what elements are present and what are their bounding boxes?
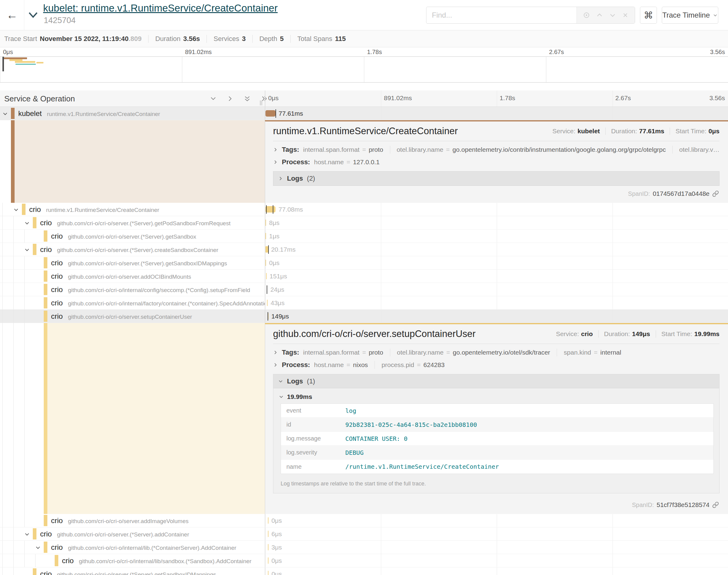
span-bar[interactable] [265, 260, 266, 266]
meta-label: Service: [553, 128, 575, 134]
tree-chevron-icon[interactable] [2, 111, 8, 116]
operation-name: github.com/cri-o/cri-o/internal/lib.(*Co… [68, 545, 236, 551]
span-timeline-cell[interactable]: 20.17ms [265, 243, 728, 256]
log-marker [268, 312, 268, 320]
kv-value-text: go.opentelemetry.io/contrib/instrumentat… [453, 146, 666, 153]
span-name-cell[interactable]: criogithub.com/cri-o/cri-o/server.(*Serv… [0, 256, 265, 269]
tags-accordion[interactable]: Tags:internal.span.format=protootel.libr… [273, 348, 720, 357]
span-duration-label: 0μs [269, 256, 279, 269]
log-field-value: CONTAINER USER: 0 [342, 435, 411, 442]
chevron-right-icon [273, 160, 278, 165]
span-timeline-cell[interactable]: 1μs [265, 230, 728, 243]
span-name-cell[interactable]: criogithub.com/cri-o/cri-o/server.setupC… [0, 310, 265, 323]
span-name-cell[interactable]: criogithub.com/cri-o/cri-o/internal/lib/… [0, 554, 265, 567]
span-row: criogithub.com/cri-o/cri-o/internal/lib/… [0, 554, 728, 567]
span-name-cell[interactable]: criogithub.com/cri-o/cri-o/server.(*Serv… [0, 567, 265, 575]
span-bar[interactable] [265, 219, 266, 226]
meta-divider [605, 128, 606, 135]
deep-link-icon[interactable] [712, 502, 719, 508]
tags-accordion[interactable]: Tags:internal.span.format=protootel.libr… [273, 146, 720, 154]
tree-chevron-icon[interactable] [24, 247, 30, 252]
span-bar[interactable] [265, 233, 266, 239]
span-name-cell[interactable]: criogithub.com/cri-o/cri-o/server.(*Serv… [0, 243, 265, 256]
back-arrow-icon: ← [6, 8, 18, 21]
span-timeline-cell[interactable]: 3μs [265, 541, 728, 554]
deep-link-icon[interactable] [712, 190, 719, 197]
tree-chevron-icon[interactable] [35, 545, 41, 550]
clear-search-icon[interactable] [622, 12, 629, 19]
span-timeline-cell[interactable]: 8μs [265, 216, 728, 229]
span-name-cell[interactable]: criogithub.com/cri-o/cri-o/internal/lib.… [0, 541, 265, 554]
view-selector-label: Trace Timeline [662, 11, 710, 20]
span-bar[interactable] [267, 300, 268, 306]
span-timeline-cell[interactable]: 77.08ms [265, 203, 728, 216]
span-name: criogithub.com/cri-o/cri-o/server.setupC… [0, 310, 265, 323]
span-timeline-cell[interactable]: 149μs [265, 310, 728, 323]
operation-name: github.com/cri-o/cri-o/internal/config/s… [68, 287, 250, 293]
span-bar[interactable] [268, 517, 268, 524]
focus-target-icon[interactable] [583, 11, 590, 19]
summary-value: 5 [280, 35, 284, 42]
span-timeline-cell[interactable]: 0μs [265, 514, 728, 527]
span-timeline-cell[interactable]: 0μs [265, 554, 728, 567]
logs-accordion-header[interactable]: Logs(1) [273, 374, 719, 388]
chevron-down-icon [279, 394, 284, 399]
tree-chevron-icon[interactable] [13, 207, 20, 212]
keyboard-shortcuts-button[interactable]: ⌘ [640, 7, 657, 24]
span-bar[interactable] [265, 206, 275, 212]
timeline-minimap[interactable] [0, 57, 728, 82]
collapse-all-icon[interactable] [243, 95, 251, 102]
span-bar[interactable] [268, 557, 268, 564]
column-resizer-handle[interactable] [260, 100, 262, 105]
span-bar[interactable] [268, 531, 268, 537]
back-button[interactable]: ← [0, 0, 24, 30]
span-name-cell[interactable]: criogithub.com/cri-o/cri-o/internal/fact… [0, 296, 265, 309]
process-accordion[interactable]: Process:host.name=127.0.0.1 [273, 158, 720, 166]
span-bar[interactable] [265, 110, 275, 116]
tree-guide-line [2, 283, 3, 296]
span-name-cell[interactable]: crioruntime.v1.RuntimeService/CreateCont… [0, 203, 265, 216]
span-name-cell[interactable]: criogithub.com/cri-o/cri-o/internal/conf… [0, 283, 265, 296]
span-timeline-cell[interactable]: 0μs [265, 567, 728, 575]
trace-header-collapse-icon[interactable] [28, 11, 38, 19]
log-entry-header[interactable]: 19.99ms [279, 390, 714, 403]
trace-view-selector[interactable]: Trace Timeline [662, 7, 718, 24]
span-timeline-cell[interactable]: 0μs [265, 256, 728, 269]
tree-chevron-icon[interactable] [24, 532, 30, 537]
span-bar[interactable] [268, 544, 268, 550]
span-timeline-cell[interactable]: 6μs [265, 527, 728, 540]
logs-accordion[interactable]: Logs(2) [273, 171, 720, 186]
service-name: crio [40, 570, 52, 575]
span-bar[interactable] [268, 571, 268, 575]
kv-pair: process.pid=624283 [382, 361, 444, 369]
collapse-one-icon[interactable] [209, 95, 217, 102]
span-name-cell[interactable]: criogithub.com/cri-o/cri-o/server.addIma… [0, 514, 265, 527]
prev-result-icon[interactable] [596, 11, 603, 19]
find-input[interactable] [426, 7, 576, 23]
span-name-cell[interactable]: criogithub.com/cri-o/cri-o/server.addOCI… [0, 270, 265, 283]
expand-one-icon[interactable] [227, 95, 234, 102]
span-timeline-cell[interactable]: 43μs [265, 296, 728, 309]
span-timeline-cell[interactable]: 151μs [265, 270, 728, 283]
span-name: crioruntime.v1.RuntimeService/CreateCont… [0, 203, 265, 216]
trace-title-link[interactable]: kubelet: runtime.v1.RuntimeService/Creat… [43, 2, 277, 14]
next-result-icon[interactable] [609, 11, 616, 19]
span-bar[interactable] [265, 246, 268, 252]
meta-divider [656, 330, 656, 338]
span-duration-label: 1μs [269, 230, 279, 243]
span-name-cell[interactable]: criogithub.com/cri-o/cri-o/server.(*Serv… [0, 527, 265, 540]
process-accordion[interactable]: Process:host.name=nixosprocess.pid=62428… [273, 361, 720, 369]
span-timeline-cell[interactable]: 24μs [265, 283, 728, 296]
span-name-cell[interactable]: criogithub.com/cri-o/cri-o/server.(*Serv… [0, 230, 265, 243]
minimap-viewport-scrubber[interactable] [2, 57, 4, 71]
service-color-bar [44, 230, 47, 242]
log-field-value: DEBUG [342, 449, 367, 456]
span-bar[interactable] [266, 273, 267, 279]
span-timeline-cell[interactable]: 77.61ms [265, 107, 728, 120]
span-name-cell[interactable]: criogithub.com/cri-o/cri-o/server.(*Serv… [0, 216, 265, 229]
trace-id: 1425704 [44, 16, 76, 25]
tree-chevron-icon[interactable] [24, 221, 30, 226]
log-entry-table: eventlogid92b82381-025c-4a64-815c-ba2e1b… [280, 403, 714, 474]
span-name-cell[interactable]: kubeletruntime.v1.RuntimeService/CreateC… [0, 107, 265, 120]
span-detail-indent-column [0, 120, 265, 203]
